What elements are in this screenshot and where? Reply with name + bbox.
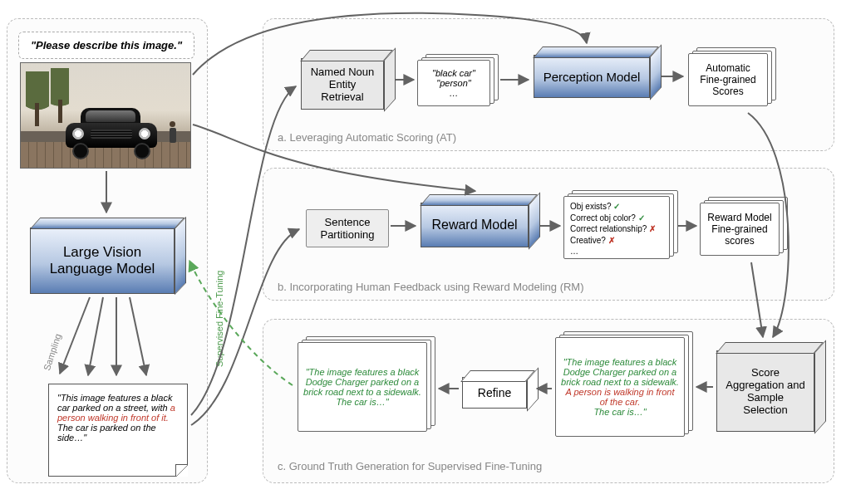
- prompt-text: "Please describe this image.": [31, 39, 182, 51]
- panel-c-caption: c. Ground Truth Generation for Supervise…: [278, 460, 542, 472]
- auto-scores-text: Automatic Fine-grained Scores: [688, 53, 768, 106]
- panel-a-caption: a. Leveraging Automatic Scoring (AT): [278, 131, 456, 144]
- cross-icon: ✗: [649, 224, 656, 233]
- entities-stack: "black car" "person" …: [417, 60, 490, 106]
- rm-checks-stack: Obj exists? ✓ Correct obj color? ✓ Corre…: [563, 196, 670, 259]
- cross-icon: ✗: [608, 236, 615, 245]
- perception-model-box: Perception Model: [534, 46, 658, 98]
- score-agg-box: Score Aggregation and Sample Selection: [716, 342, 823, 432]
- sample-post: The car is parked on the side…": [57, 423, 156, 443]
- prompt-bubble: "Please describe this image.": [18, 32, 194, 59]
- input-image-car: [20, 62, 191, 169]
- refine-box: Refine: [462, 370, 534, 409]
- panel-b-caption: b. Incorporating Human Feedback using Re…: [278, 281, 584, 293]
- sentence-partitioning-box: Sentence Partitioning: [306, 209, 389, 247]
- sft-label: Supervised Fine-Tuning: [214, 271, 224, 367]
- sample-pre: "This image features a black car parked …: [57, 393, 172, 413]
- check-icon: ✓: [613, 202, 620, 211]
- rm-scores-stack: Reward Model Fine-grained scores: [700, 203, 780, 256]
- after-refine-stack: "The image features a black Dodge Charge…: [298, 342, 427, 432]
- nner-box: Named Noun Entity Retrieval: [301, 50, 392, 110]
- reward-model-box: Reward Model: [421, 194, 537, 247]
- vlm-model-box: Large Vision Language Model: [30, 218, 184, 294]
- auto-scores-stack: Automatic Fine-grained Scores: [688, 53, 768, 106]
- sampled-caption-note: "This image features a black car parked …: [48, 384, 188, 477]
- rm-scores-text: Reward Model Fine-grained scores: [700, 203, 780, 256]
- check-icon: ✓: [638, 213, 645, 223]
- entities-text: "black car" "person" …: [417, 60, 490, 106]
- vlm-label: Large Vision Language Model: [30, 228, 175, 294]
- before-refine-stack: "The image features a black Dodge Charge…: [555, 337, 685, 437]
